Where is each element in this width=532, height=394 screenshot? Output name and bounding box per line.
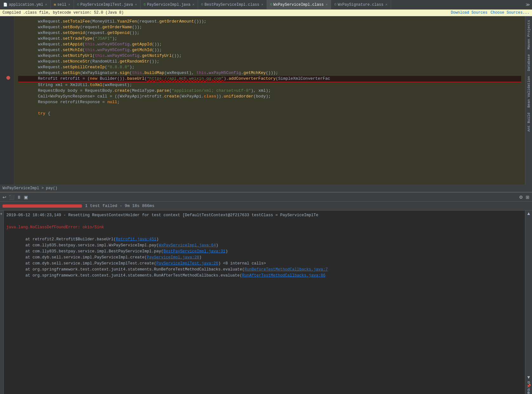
- code-line-14: Call<WxPaySyncResponse> call = ((WxPayAp…: [18, 94, 521, 99]
- code-line-4: wxRequest.setTradeType(“JSAPI”);: [18, 36, 521, 42]
- info-bar-links: Download Sources Choose Sources...: [451, 10, 529, 15]
- wxpay-link[interactable]: WxPayServiceImpl.java:64: [159, 243, 216, 248]
- maven-projects-tab[interactable]: Maven Projects: [526, 17, 532, 52]
- runafter-link[interactable]: RunAfterTestMethodCallbacks.java:86: [242, 273, 326, 278]
- m-icon: m: [54, 3, 56, 7]
- retrofit-link[interactable]: Retrofit.java:451: [116, 237, 156, 242]
- code-line-7: wxRequest.setNotifyUrl(this.wxPayH5Confi…: [18, 53, 521, 59]
- close-tab-6[interactable]: ×: [385, 3, 388, 7]
- tab-application-yml[interactable]: 📄 application.yml ×: [0, 0, 51, 10]
- ant-build-tab[interactable]: Ant Build: [526, 110, 532, 134]
- code-line-3: wxRequest.setOpenid(request.getOpenid())…: [18, 30, 521, 36]
- console-line-2: java.lang.NoClassDefFoundError: okio/Sin…: [6, 224, 522, 230]
- code-line-10: wxRequest.setSign(WxPaySignature.sign(th…: [18, 70, 521, 76]
- console-output[interactable]: 2019-06-12 18:46:23,149 - Resetting Requ…: [4, 210, 525, 394]
- bottom-toolbar-right: ⚙ ⊞: [518, 194, 530, 200]
- code-editor[interactable]: wxRequest.setTotalFee(MoneyUtil.Yuan2Fen…: [14, 16, 525, 184]
- choose-sources-link[interactable]: Choose Sources...: [491, 10, 529, 15]
- java-icon-0: ©: [77, 3, 79, 7]
- console-line-3: [6, 230, 522, 237]
- pause-btn[interactable]: ⏸: [16, 194, 22, 200]
- code-line-9: wxRequest.setSpbillCreateIp(“8.8.8.8”);: [18, 64, 521, 70]
- bottom-panel: ↩ ⬛ ⏸ ▣ ⚙ ⊞ 1 test failed - 9m 18s 866ms: [0, 192, 532, 394]
- java-icon-4: ©: [334, 3, 336, 7]
- code-line-18: [18, 117, 521, 122]
- trash-btn[interactable]: 🗑: [527, 391, 530, 394]
- editor-area: wxRequest.setTotalFee(MoneyUtil.Yuan2Fen…: [0, 16, 532, 184]
- compiled-info-text: Compiled .class file, bytecode version: …: [3, 10, 124, 15]
- code-line-11: Retrofit retrofit = (new Builder()).base…: [18, 76, 521, 82]
- close-tab-3[interactable]: ×: [192, 3, 195, 7]
- download-sources-link[interactable]: Download Sources: [451, 10, 487, 15]
- code-line-1: wxRequest.setTotalFee(MoneyUtil.Yuan2Fen…: [18, 19, 521, 24]
- right-panel: Maven Projects Database Bean Validation …: [525, 16, 532, 184]
- tab-wxpayserviceimpl[interactable]: © WxPayServiceImpl.class ×: [267, 0, 331, 10]
- payservice-link[interactable]: PayServiceImpl.java:28: [147, 255, 199, 260]
- close-tab-0[interactable]: ×: [45, 3, 47, 7]
- console-line-8: at com.dyb.sell.service.impl.PayServiceI…: [6, 261, 522, 267]
- console-line-5: at com.lly835.bestpay.service.impl.WxPay…: [6, 243, 522, 249]
- console-line-7: at com.dyb.sell.service.impl.PayServiceI…: [6, 255, 522, 261]
- code-line-5: wxRequest.setAppid(this.wxPayH5Config.ge…: [18, 42, 521, 47]
- code-line-13: RequestBody body = RequestBody.create(Me…: [18, 88, 521, 94]
- code-line-12: String xml = XmlUtil.toXml(wxRequest);: [18, 82, 521, 88]
- code-line-6: wxRequest.setMchId(this.wxPayH5Config.ge…: [18, 47, 521, 53]
- test-progress-bar: [3, 204, 82, 208]
- test-bar: 1 test failed - 9m 18s 866ms: [0, 202, 532, 210]
- database-tab[interactable]: Database: [526, 52, 532, 74]
- tab-bestpayserviceimpl[interactable]: © BestPayServiceImpl.class ×: [198, 0, 267, 10]
- scroll-up-btn[interactable]: ▲: [527, 211, 531, 216]
- test-status: 1 test failed - 9m 18s 866ms: [85, 204, 154, 208]
- layout-btn[interactable]: ⊞: [525, 194, 530, 200]
- console-line-6: at com.lly835.bestpay.service.impl.BestP…: [6, 249, 522, 255]
- console-line-1: [6, 218, 522, 224]
- code-line-16: [18, 105, 521, 111]
- coverage-btn[interactable]: ▣: [23, 194, 29, 200]
- console-line-0: 2019-06-12 18:46:23,149 - Resetting Requ…: [6, 212, 522, 218]
- bottom-toolbar-left: ↩ ⬛ ⏸ ▣: [2, 194, 29, 200]
- rerun-btn[interactable]: ↩: [2, 194, 7, 200]
- java-icon-2: ©: [201, 3, 203, 7]
- close-tab-5[interactable]: ×: [326, 3, 328, 7]
- tab-payserviceimpltest[interactable]: © PayServiceImplTest.java ×: [74, 0, 141, 10]
- tab-bar: 📄 application.yml × m sell × © PayServic…: [0, 0, 532, 10]
- expand-btn[interactable]: +: [0, 212, 4, 216]
- tab-wxpaysignature[interactable]: © WxPaySignature.class ×: [331, 0, 391, 10]
- info-bar: Compiled .class file, bytecode version: …: [0, 10, 532, 16]
- runbefore-link[interactable]: RunBeforeTestMethodCallbacks.java:7: [244, 267, 328, 272]
- bottom-layout: + 2019-06-12 18:46:23,149 - Resetting Re…: [0, 210, 532, 394]
- java-icon-1: ©: [144, 3, 146, 7]
- code-line-8: wxRequest.setNonceStr(RandomUtil.getRand…: [18, 59, 521, 64]
- bestpay-link[interactable]: BestPayServiceImpl.java:31: [163, 249, 225, 254]
- tab-payserviceimpl[interactable]: © PayServiceImpl.java ×: [141, 0, 198, 10]
- close-tab-2[interactable]: ×: [135, 3, 137, 7]
- more-tabs-btn[interactable]: ≫: [524, 2, 532, 7]
- close-tab-4[interactable]: ×: [261, 3, 263, 7]
- payservicetest-link[interactable]: PayServiceImplTest.java:26: [156, 261, 218, 266]
- console-line-10: at org.springframework.test.context.juni…: [6, 273, 522, 279]
- scroll-down-btn[interactable]: ▼: [527, 375, 531, 379]
- bean-validation-tab[interactable]: Bean Validation: [526, 74, 532, 110]
- tab-sell[interactable]: m sell ×: [51, 0, 74, 10]
- code-line-2: wxRequest.setBody(request.getOrderName()…: [18, 24, 521, 30]
- breadcrumb: WxPayServiceImpl > pay(): [0, 184, 532, 192]
- java-icon-3: ©: [270, 3, 272, 7]
- stop-btn[interactable]: ⬛: [8, 194, 15, 200]
- code-line-17: try {: [18, 111, 521, 117]
- close-tab-1[interactable]: ×: [68, 3, 70, 7]
- settings-btn[interactable]: ⚙: [518, 194, 524, 200]
- line-numbers: [0, 16, 14, 184]
- right-scroll-panel: ▲ ▼ ⧉ 📌 🖨 🗑: [525, 210, 532, 394]
- yml-icon: 📄: [3, 3, 8, 7]
- bottom-toolbar: ↩ ⬛ ⏸ ▣ ⚙ ⊞: [0, 193, 532, 202]
- gutter-left: +: [0, 210, 4, 394]
- console-line-4: at retrofit2.Retrofit$Builder.baseUrl(Re…: [6, 237, 522, 243]
- code-line-15: Response retrofitResponse = null;: [18, 99, 521, 105]
- console-line-9: at org.springframework.test.context.juni…: [6, 267, 522, 273]
